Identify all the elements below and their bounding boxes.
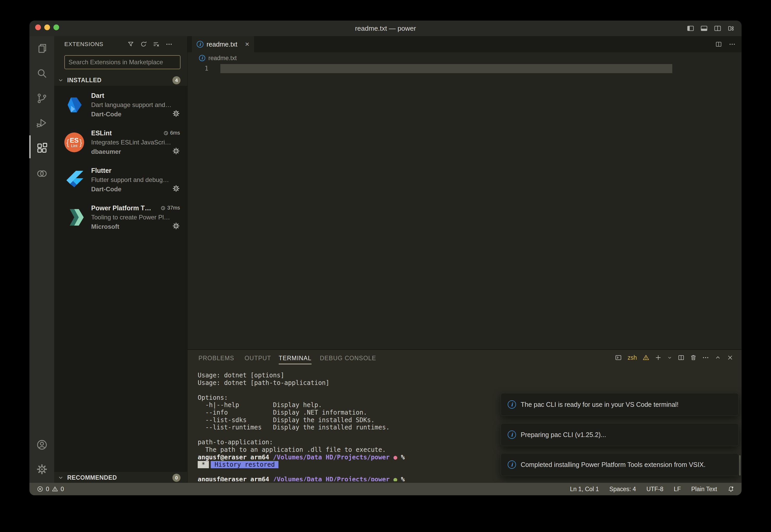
status-bar: 0 0 Ln 1, Col 1 Spaces: 4 UTF-8 LF Plain… — [29, 483, 742, 495]
power-platform-icon[interactable] — [29, 161, 54, 186]
extension-description: Flutter support and debug… — [91, 176, 169, 183]
sidebar-title: EXTENSIONS — [64, 36, 103, 52]
clear-search-results-icon[interactable] — [153, 41, 160, 48]
customize-layout-icon[interactable] — [727, 24, 735, 32]
new-terminal-icon[interactable] — [655, 354, 662, 361]
manage-extension-gear-icon[interactable] — [172, 110, 180, 117]
kill-terminal-trash-icon[interactable] — [690, 354, 697, 361]
info-icon — [508, 400, 516, 409]
tab-label: readme.txt — [207, 41, 237, 48]
explorer-icon[interactable] — [29, 36, 54, 61]
language-mode[interactable]: Plain Text — [691, 486, 717, 493]
toggle-secondary-sidebar-icon[interactable] — [714, 24, 722, 32]
extension-name: Dart — [91, 92, 104, 99]
encoding[interactable]: UTF-8 — [647, 486, 664, 493]
extension-publisher: Microsoft — [91, 223, 119, 230]
line-number: 1 — [197, 65, 209, 72]
tab-readme[interactable]: readme.txt — [192, 36, 254, 52]
maximize-panel-chevron-up-icon[interactable] — [714, 354, 722, 361]
recommended-label: RECOMMENDED — [67, 472, 117, 483]
notifications-bell-icon[interactable] — [728, 486, 734, 492]
history-clock-icon — [163, 130, 169, 136]
indentation[interactable]: Spaces: 4 — [609, 486, 636, 493]
history-restored-line: * History restored — [198, 461, 279, 468]
list-item-flutter[interactable]: Flutter Flutter support and debug… Dart-… — [54, 166, 187, 200]
dart-logo — [64, 95, 84, 115]
manage-extension-gear-icon[interactable] — [172, 147, 180, 155]
tab-strip: readme.txt — [187, 36, 742, 52]
editor-content[interactable]: 1 — [187, 64, 742, 349]
split-editor-icon[interactable] — [715, 41, 722, 48]
notification-toast[interactable]: The pac CLI is ready for use in your VS … — [501, 393, 739, 416]
panel-more-actions-icon[interactable] — [702, 354, 709, 361]
run-and-debug-icon[interactable] — [29, 111, 54, 135]
extension-description: Tooling to create Power Pl… — [91, 214, 170, 221]
toggle-panel-icon[interactable] — [700, 24, 708, 32]
terminal-prompt-line: ○angusf@eraser arm64 /Volumes/Data HD/Pr… — [198, 476, 405, 481]
zoom-window-button[interactable] — [53, 24, 59, 30]
window-title: readme.txt — power — [107, 21, 664, 36]
errors-icon — [37, 486, 43, 492]
info-icon — [508, 460, 516, 469]
terminal-warning-icon[interactable] — [642, 354, 650, 361]
search-icon[interactable] — [29, 61, 54, 86]
breadcrumb[interactable]: readme.txt — [187, 52, 742, 64]
apple-glyph: ● — [393, 476, 397, 481]
notification-toast[interactable]: Preparing pac CLI (v1.25.2)... — [501, 423, 739, 446]
vscode-window: readme.txt — power — [29, 21, 742, 495]
flutter-logo — [64, 170, 84, 190]
cursor-position[interactable]: Ln 1, Col 1 — [570, 486, 599, 493]
recommended-section-header[interactable]: RECOMMENDED 0 — [54, 472, 187, 483]
warnings-icon — [52, 486, 58, 492]
extension-description: Dart language support and… — [91, 101, 171, 109]
list-item-dart[interactable]: Dart Dart language support and… Dart-Cod… — [54, 91, 187, 125]
installed-count-badge: 4 — [172, 76, 180, 84]
tab-debug-console[interactable]: DEBUG CONSOLE — [320, 350, 376, 366]
chevron-down-icon — [57, 474, 64, 481]
notification-toast[interactable]: Completed installing Power Platform Tool… — [501, 453, 739, 476]
installed-label: INSTALLED — [67, 74, 101, 86]
titlebar[interactable]: readme.txt — power — [29, 21, 742, 36]
close-window-button[interactable] — [35, 24, 41, 30]
list-item-eslint[interactable]: { ES Lint } ESLint 6ms Integrates ESLint… — [54, 128, 187, 163]
problems-status[interactable]: 0 0 — [37, 486, 64, 493]
extensions-list-empty-area — [54, 237, 187, 472]
chevron-down-icon — [57, 77, 64, 84]
extension-publisher: Dart-Code — [91, 186, 121, 193]
installed-section-header[interactable]: INSTALLED 4 — [54, 74, 187, 86]
activity-bar — [29, 36, 54, 483]
minimize-window-button[interactable] — [44, 24, 50, 30]
close-tab-icon[interactable] — [245, 41, 249, 48]
toggle-primary-sidebar-icon[interactable] — [687, 24, 694, 32]
more-actions-icon[interactable] — [165, 41, 173, 48]
manage-extension-gear-icon[interactable] — [172, 222, 180, 230]
installed-extensions-list: Dart Dart language support and… Dart-Cod… — [54, 86, 187, 237]
filter-icon[interactable] — [127, 41, 134, 48]
terminal-scrollbar[interactable] — [739, 455, 741, 476]
extensions-icon[interactable] — [29, 136, 54, 160]
accounts-icon[interactable] — [29, 433, 54, 457]
tab-problems[interactable]: PROBLEMS — [199, 350, 234, 366]
current-line-highlight — [221, 64, 672, 73]
extensions-sidebar: EXTENSIONS INSTALLED 4 Dart Dart l — [54, 36, 187, 483]
shell-name[interactable]: zsh — [628, 354, 637, 361]
extension-publisher: dbaeumer — [91, 148, 121, 155]
source-control-icon[interactable] — [29, 86, 54, 111]
list-item-power-platform[interactable]: Power Platform T… 37ms Tooling to create… — [54, 203, 187, 238]
refresh-icon[interactable] — [140, 41, 147, 48]
manage-extension-gear-icon[interactable] — [172, 185, 180, 192]
extension-name: ESLint — [91, 129, 112, 137]
extensions-search-box — [64, 55, 180, 69]
more-actions-icon[interactable] — [729, 41, 736, 48]
info-icon — [199, 55, 205, 61]
eol-sequence[interactable]: LF — [674, 486, 681, 493]
tab-output[interactable]: OUTPUT — [245, 350, 271, 366]
search-input[interactable] — [65, 56, 180, 69]
split-terminal-icon[interactable] — [678, 354, 685, 361]
launch-profile-chevron-icon[interactable] — [667, 355, 673, 360]
recommended-count-badge: 0 — [172, 474, 180, 482]
settings-gear-icon[interactable] — [29, 457, 54, 482]
close-panel-icon[interactable] — [726, 354, 734, 361]
tab-terminal[interactable]: TERMINAL — [279, 350, 312, 366]
warning-count: 0 — [61, 486, 64, 493]
